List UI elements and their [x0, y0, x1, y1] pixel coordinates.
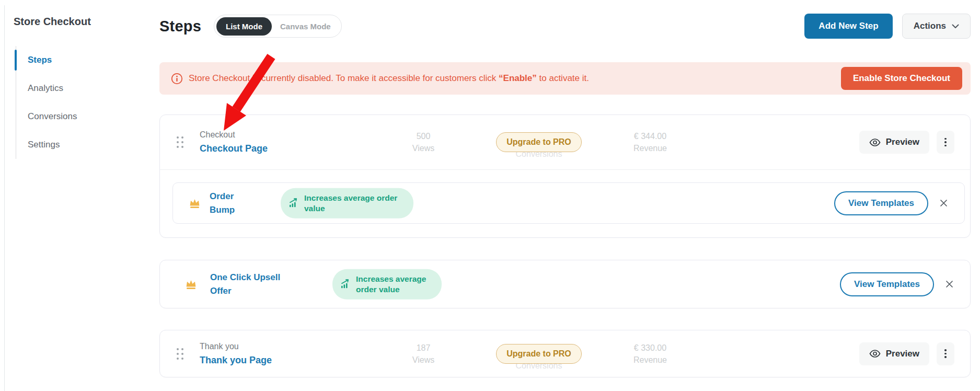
sidebar-item-conversions[interactable]: Conversions — [16, 102, 136, 131]
chevron-down-icon — [952, 24, 959, 29]
upsell-actions: View Templates — [840, 272, 955, 296]
step-type-label: Thank you — [200, 342, 272, 351]
conversions-stat: Conversions Upgrade to PRO — [486, 339, 592, 369]
order-bump-subcard: Order Bump Increases average order value… — [172, 182, 965, 224]
revenue-label: Revenue — [614, 354, 687, 366]
crown-icon — [185, 279, 197, 290]
drag-handle-icon[interactable] — [177, 136, 183, 148]
sidebar-nav: Steps Analytics Conversions Settings — [16, 46, 136, 159]
sidebar-item-settings[interactable]: Settings — [16, 131, 136, 159]
add-new-step-button[interactable]: Add New Step — [804, 14, 892, 39]
enable-store-checkout-button[interactable]: Enable Store Checkout — [841, 67, 962, 90]
views-stat: 500 Views — [387, 130, 460, 154]
close-icon[interactable] — [938, 197, 950, 209]
views-value: 500 — [387, 130, 460, 142]
benefit-text: Increases average order value — [304, 192, 403, 213]
conversions-stat: Conversions Upgrade to PRO — [486, 128, 592, 157]
sidebar-item-analytics[interactable]: Analytics — [16, 74, 136, 102]
disabled-warning-banner: Store Checkout is currently disabled. To… — [159, 62, 971, 95]
view-mode-toggle: List Mode Canvas Mode — [214, 15, 342, 38]
view-templates-button[interactable]: View Templates — [834, 191, 928, 215]
thankyou-page-link[interactable]: Thank you Page — [200, 355, 272, 366]
trend-icon — [340, 279, 351, 290]
thankyou-step-row: Thank you Thank you Page 187 Views Conve… — [160, 330, 970, 377]
revenue-stat: € 330.00 Revenue — [614, 341, 687, 365]
actions-label: Actions — [914, 21, 946, 31]
list-mode-tab[interactable]: List Mode — [216, 17, 272, 36]
revenue-value: € 330.00 — [614, 341, 687, 353]
preview-label: Preview — [886, 137, 919, 147]
thankyou-step-title-block: Thank you Thank you Page — [200, 342, 272, 366]
trend-icon — [289, 198, 299, 209]
view-templates-button[interactable]: View Templates — [840, 272, 934, 296]
upgrade-to-pro-badge[interactable]: Upgrade to PRO — [496, 344, 582, 364]
eye-icon — [869, 350, 881, 358]
drag-handle-icon[interactable] — [177, 348, 183, 360]
steps-header: Steps List Mode Canvas Mode Add New Step… — [159, 14, 971, 39]
benefit-badge: Increases average order value — [281, 188, 413, 218]
more-options-kebab-icon[interactable] — [937, 131, 954, 154]
upsell-step-card: One Click Upsell Offer Increases average… — [159, 260, 971, 308]
upgrade-to-pro-badge[interactable]: Upgrade to PRO — [496, 132, 582, 152]
thankyou-step-card: Thank you Thank you Page 187 Views Conve… — [159, 330, 971, 377]
crown-icon — [189, 198, 201, 209]
order-bump-link[interactable]: Order Bump — [210, 189, 260, 217]
preview-label: Preview — [886, 349, 919, 359]
canvas-mode-tab[interactable]: Canvas Mode — [272, 17, 339, 36]
sidebar-item-steps[interactable]: Steps — [16, 46, 136, 74]
checkout-row-actions: Preview — [859, 131, 954, 154]
more-options-kebab-icon[interactable] — [937, 342, 954, 365]
page-left-divider — [4, 5, 5, 391]
info-icon — [171, 73, 183, 85]
checkout-page-link[interactable]: Checkout Page — [200, 143, 268, 154]
checkout-step-title-block: Checkout Checkout Page — [200, 130, 268, 154]
views-label: Views — [387, 354, 460, 366]
card-divider — [160, 169, 970, 170]
sidebar-title: Store Checkout — [14, 16, 91, 28]
checkout-step-row: Checkout Checkout Page 500 Views Convers… — [160, 115, 970, 169]
actions-dropdown-button[interactable]: Actions — [902, 14, 971, 39]
preview-button[interactable]: Preview — [859, 342, 929, 365]
page-title: Steps — [159, 18, 201, 35]
views-value: 187 — [387, 341, 460, 353]
benefit-badge: Increases average order value — [332, 269, 442, 299]
checkout-step-card: Checkout Checkout Page 500 Views Convers… — [159, 114, 971, 238]
step-type-label: Checkout — [200, 130, 268, 140]
benefit-text: Increases average order value — [356, 273, 432, 294]
thankyou-row-actions: Preview — [859, 342, 954, 365]
preview-button[interactable]: Preview — [859, 131, 929, 154]
upsell-offer-link[interactable]: One Click Upsell Offer — [210, 270, 296, 298]
close-icon[interactable] — [943, 278, 955, 290]
store-checkout-page: { "sidebar": { "title": "Store Checkout"… — [0, 0, 980, 391]
revenue-stat: € 344.00 Revenue — [614, 130, 687, 154]
revenue-value: € 344.00 — [614, 130, 687, 142]
eye-icon — [869, 139, 881, 146]
warning-text: Store Checkout is currently disabled. To… — [189, 73, 589, 84]
revenue-label: Revenue — [614, 142, 687, 154]
order-bump-actions: View Templates — [834, 191, 950, 215]
views-stat: 187 Views — [387, 341, 460, 365]
views-label: Views — [387, 142, 460, 154]
